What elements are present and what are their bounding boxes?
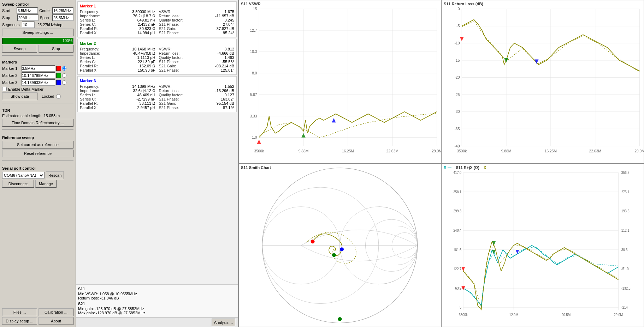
marker2-data: Frequency:10.1468 MHz Impedance:48.4+j70… xyxy=(80,47,234,72)
display-setup-button[interactable]: Display setup ... xyxy=(2,317,37,325)
smith-svg xyxy=(239,164,441,327)
m1-freq: 3.50000 MHz xyxy=(132,10,155,14)
marker2-block-title: Marker 2 xyxy=(80,41,234,46)
m3-vswr: 1.552 xyxy=(224,84,234,89)
svg-text:30.6: 30.6 xyxy=(621,247,628,252)
tdr-button[interactable]: Time Domain Reflectometry ... xyxy=(2,119,73,127)
m1-qf: 0.245 xyxy=(224,18,234,22)
manage-button[interactable]: Manage xyxy=(35,180,57,188)
disconnect-button[interactable]: Disconnect xyxy=(2,180,34,188)
svg-text:275.1: 275.1 xyxy=(621,189,630,194)
marker2-row: Marker 2 xyxy=(2,72,73,79)
s21-max-gain: Max gain: -123.970 dB @ 27.5852MHz xyxy=(78,311,236,315)
segments-input[interactable] xyxy=(22,22,35,28)
marker3-input[interactable] xyxy=(22,79,55,86)
marker3-radio[interactable] xyxy=(62,80,66,85)
svg-text:-214: -214 xyxy=(621,305,628,309)
marker2-label: Marker 2 xyxy=(2,73,20,78)
m1-s11p: 27.04° xyxy=(223,22,234,26)
sweep-button[interactable]: Sweep xyxy=(2,45,37,53)
marker2-input[interactable] xyxy=(22,72,55,79)
rx-r-label: R — xyxy=(444,165,451,170)
m2-qf: 1.463 xyxy=(224,55,234,60)
center-input[interactable] xyxy=(52,7,73,14)
markers-title: Markers xyxy=(2,60,73,64)
s11-min-vswr: Min VSWR: 1.058 @ 10.9555MHz xyxy=(78,292,236,296)
m2-s21g: -93.214 dB xyxy=(215,64,234,68)
locked-radio[interactable] xyxy=(56,94,61,99)
progress-label: 100% xyxy=(63,38,72,43)
cable-length-text: Estimated cable length: 15.053 m xyxy=(2,114,73,118)
svg-point-65 xyxy=(311,240,315,243)
svg-text:-40: -40 xyxy=(455,144,460,148)
m1-imp: 76.2+j18.7 Ω xyxy=(133,14,155,18)
divider-2 xyxy=(2,103,73,103)
sweep-control-section: Sweep control Start Center Stop Span Seg… xyxy=(2,2,73,53)
sweep-control-title: Sweep control xyxy=(2,2,73,6)
start-input[interactable] xyxy=(17,7,38,14)
marker2-color xyxy=(56,73,61,78)
svg-text:29.0M: 29.0M xyxy=(634,149,644,153)
m3-rl: -13.296 dB xyxy=(215,89,234,93)
reference-title: Reference sweep xyxy=(2,135,73,140)
reset-reference-button[interactable]: Reset reference xyxy=(2,150,73,157)
marker3-row: Marker 3 xyxy=(2,79,73,86)
m3-qf: 0.127 xyxy=(224,93,234,97)
marker2-block: Marker 2 Frequency:10.1468 MHz Impedance… xyxy=(77,39,237,75)
m3-imp: 32.6+j4.12 Ω xyxy=(133,89,155,93)
svg-text:10.3: 10.3 xyxy=(250,49,257,54)
m1-rl: -11.957 dB xyxy=(215,14,234,18)
rescan-button[interactable]: Rescan xyxy=(46,171,64,179)
show-data-button[interactable]: Show data xyxy=(2,92,37,100)
svg-marker-55 xyxy=(460,37,463,41)
svg-text:22.63M: 22.63M xyxy=(589,149,601,153)
s21-min-gain: Min gain: -123.970 dB @ 27.5852MHz xyxy=(78,307,236,311)
m3-s21p: 87.19° xyxy=(223,105,234,110)
svg-text:-51.0: -51.0 xyxy=(621,267,629,271)
stop-button[interactable]: Stop xyxy=(39,45,73,53)
m2-s11p: -55.53° xyxy=(221,60,234,64)
vswr-title: S11 VSWR xyxy=(241,2,261,6)
reference-section: Reference sweep Set current as reference… xyxy=(2,135,73,157)
span-input[interactable] xyxy=(52,14,73,21)
charts-area: S11 VSWR 15 12.7 10.3 8.0 5.67 3.33 1.0 xyxy=(238,0,644,327)
show-data-row: Show data Locked xyxy=(2,92,73,100)
files-button[interactable]: Files ... xyxy=(2,308,37,316)
about-button[interactable]: About xyxy=(39,317,73,325)
svg-text:12.7: 12.7 xyxy=(250,28,257,32)
svg-text:8.0: 8.0 xyxy=(252,71,257,75)
divider-4 xyxy=(2,160,73,161)
sweep-settings-button[interactable]: Sweep settings ... xyxy=(2,29,73,36)
svg-text:-25: -25 xyxy=(455,92,460,97)
delta-marker-checkbox[interactable] xyxy=(2,87,7,91)
svg-text:-10: -10 xyxy=(455,41,460,45)
return-loss-title: S11 Return Loss (dB) xyxy=(444,2,483,6)
marker1-data: Frequency:3.50000 MHz Impedance:76.2+j18… xyxy=(80,10,234,35)
markers-section: Markers Marker 1 Marker 2 Marker 3 Enabl… xyxy=(2,60,73,100)
stop-input[interactable] xyxy=(17,14,39,21)
svg-text:12.0M: 12.0M xyxy=(509,313,519,317)
set-reference-button[interactable]: Set current as reference xyxy=(2,141,73,149)
analysis-button[interactable]: Analysis ... xyxy=(212,319,235,326)
vswr-chart: S11 VSWR 15 12.7 10.3 8.0 5.67 3.33 1.0 xyxy=(238,0,441,164)
delta-marker-label: Enable Delta Marker xyxy=(8,87,43,91)
svg-text:3500k: 3500k xyxy=(457,149,467,153)
s11-title: S11 xyxy=(78,287,236,291)
calibration-button[interactable]: Calibration ... xyxy=(39,308,73,316)
svg-text:29.0M: 29.0M xyxy=(614,313,623,317)
svg-text:1.0: 1.0 xyxy=(252,135,257,139)
start-label: Start xyxy=(2,8,15,13)
middle-panel: Marker 1 Frequency:3.50000 MHz Impedance… xyxy=(76,0,238,327)
vswr-svg: 15 12.7 10.3 8.0 5.67 3.33 1.0 3500k 9.8… xyxy=(239,0,441,163)
svg-point-66 xyxy=(332,253,336,257)
svg-text:16.25M: 16.25M xyxy=(545,149,557,153)
svg-text:417.0: 417.0 xyxy=(453,170,461,175)
svg-text:193.6: 193.6 xyxy=(621,209,630,213)
marker1-input[interactable] xyxy=(22,65,55,72)
com-port-select[interactable]: COM6 (NanoVNA) xyxy=(2,172,45,179)
marker2-radio[interactable] xyxy=(62,73,66,78)
marker1-radio[interactable] xyxy=(62,66,66,71)
m1-pr: 80.823 Ω xyxy=(140,26,155,31)
divider-1 xyxy=(2,55,73,56)
s21-title: S21 xyxy=(78,302,236,306)
